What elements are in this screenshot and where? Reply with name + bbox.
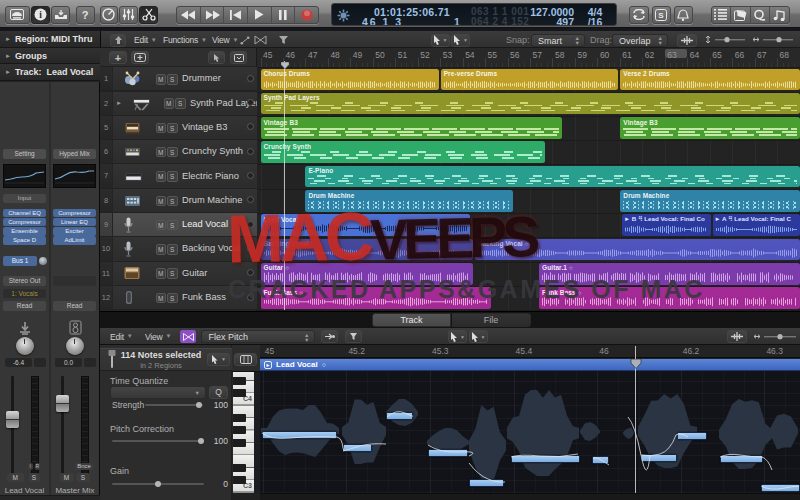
svg-text:S: S [658,11,664,20]
svg-text:i: i [39,10,42,20]
